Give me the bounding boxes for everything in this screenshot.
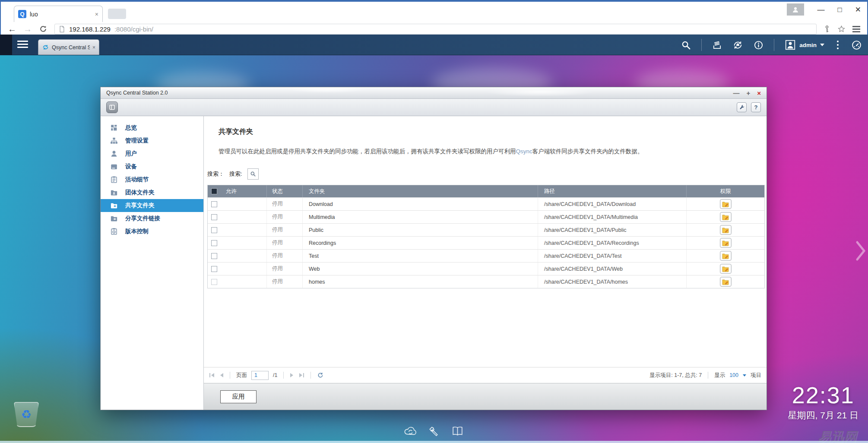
browser-close-button[interactable]: ✕ [855, 6, 861, 13]
last-page-button[interactable] [298, 373, 304, 378]
recycle-bin-cup: ♻ [14, 402, 39, 427]
window-title: Qsync Central Station 2.0 [106, 90, 733, 96]
help-button[interactable]: ? [751, 102, 761, 112]
qts-app-tab[interactable]: Qsync Central S... × [38, 39, 99, 55]
info-icon[interactable] [754, 40, 763, 50]
recycle-icon: ♻ [21, 408, 32, 421]
settings-wrench-button[interactable] [737, 102, 747, 112]
window-minimize-button[interactable]: — [733, 90, 739, 96]
permission-button[interactable] [720, 199, 732, 209]
shared-folder-icon [110, 202, 118, 209]
permission-button[interactable] [720, 277, 732, 287]
page-title: 共享文件夹 [219, 127, 763, 136]
qts-app-tab-label: Qsync Central S... [52, 44, 90, 51]
row-checkbox[interactable] [211, 227, 217, 233]
page-icon [59, 25, 65, 33]
activity-log-icon [110, 176, 118, 184]
search-inner-label: 搜索: [229, 170, 242, 178]
sidebar-item-label: 版本控制 [125, 228, 149, 235]
bookmark-star-icon[interactable] [837, 25, 846, 33]
main-menu-button[interactable] [17, 41, 28, 48]
page-size-select[interactable]: 100 [729, 372, 738, 378]
myqnapcloud-icon[interactable] [404, 426, 417, 437]
wrench-icon [739, 104, 745, 111]
sidebar-item-activity[interactable]: 活动细节 [101, 173, 203, 186]
divider [230, 372, 230, 379]
more-options-icon[interactable] [835, 40, 841, 50]
next-screen-arrow[interactable] [855, 240, 866, 264]
permission-button[interactable] [720, 251, 732, 261]
page-number-input[interactable] [251, 371, 269, 380]
qts-app-tab-close-icon[interactable]: × [92, 45, 95, 50]
table-row: 停用 homes /share/CACHEDEV1_DATA/homes [208, 275, 764, 288]
notifications-icon[interactable] [732, 40, 743, 51]
manual-book-icon[interactable] [451, 426, 464, 437]
sidebar-item-shared-folders[interactable]: 共享文件夹 [101, 199, 203, 212]
layout-panes-button[interactable] [106, 101, 118, 113]
key-icon[interactable] [824, 25, 830, 33]
chevron-down-icon[interactable] [743, 374, 746, 377]
select-all-checkbox[interactable] [211, 188, 217, 194]
sidebar-item-management[interactable]: 管理设置 [101, 134, 203, 147]
browser-maximize-button[interactable]: □ [837, 6, 842, 13]
url-path: :8080/cgi-bin/ [114, 25, 153, 33]
permission-button[interactable] [720, 238, 732, 248]
sidebar-item-label: 共享文件夹 [125, 202, 155, 209]
prev-page-button[interactable] [219, 373, 224, 378]
sidebar-item-share-links[interactable]: 分享文件链接 [101, 212, 203, 225]
tab-close-icon[interactable]: × [95, 11, 98, 17]
permission-button[interactable] [720, 264, 732, 274]
dashboard-icon[interactable] [851, 40, 862, 51]
row-checkbox[interactable] [211, 214, 217, 220]
pagination-bar: 页面 /1 显示项目: 1-7, 总共: 7 显示 100 [204, 367, 767, 383]
url-bar[interactable]: 192.168.1.229:8080/cgi-bin/ [54, 24, 817, 35]
search-label: 搜索： [207, 170, 224, 178]
row-checkbox[interactable] [211, 253, 217, 259]
next-page-button[interactable] [290, 373, 294, 378]
table-row: 停用 Download /share/CACHEDEV1_DATA/Downlo… [208, 197, 764, 210]
column-path: 路径 [538, 185, 687, 197]
window-maximize-button[interactable]: + [746, 90, 750, 96]
forward-button[interactable]: → [23, 25, 32, 33]
user-menu[interactable]: admin [785, 39, 824, 51]
apply-button[interactable]: 应用 [220, 390, 257, 403]
url-host: 192.168.1.229 [69, 25, 111, 33]
shared-folders-table: 允许 状态 文件夹 路径 权限 停用 Download /share/CACHE… [207, 185, 765, 288]
sidebar-item-version-control[interactable]: 版本控制 [101, 225, 203, 238]
first-page-button[interactable] [209, 373, 215, 378]
row-checkbox[interactable] [211, 201, 217, 207]
search-icon[interactable] [681, 40, 691, 50]
sidebar-item-label: 分享文件链接 [125, 215, 160, 222]
search-icon [250, 171, 256, 177]
row-checkbox[interactable] [211, 240, 217, 246]
sidebar-item-overview[interactable]: 总览 [101, 121, 203, 134]
page-label: 页面 [236, 372, 247, 379]
back-button[interactable]: ← [8, 25, 16, 33]
tools-hammer-icon[interactable] [428, 426, 440, 437]
background-tasks-icon[interactable] [712, 40, 722, 50]
browser-chrome: Q luo × — □ ✕ ← → 192.168.1.229:8080/cgi… [0, 0, 868, 35]
window-close-button[interactable]: × [757, 90, 761, 96]
sidebar: 总览 管理设置 用户 设备 [101, 116, 203, 410]
row-checkbox[interactable] [211, 266, 217, 272]
divider [708, 372, 708, 379]
sidebar-item-users[interactable]: 用户 [101, 147, 203, 160]
display-label: 显示 [714, 372, 725, 379]
recycle-bin[interactable]: ♻ [13, 399, 41, 431]
browser-menu-icon[interactable] [852, 26, 860, 32]
permission-button[interactable] [720, 225, 732, 235]
search-input[interactable] [247, 168, 259, 180]
refresh-button[interactable] [317, 372, 324, 379]
permission-button[interactable] [720, 212, 732, 222]
browser-minimize-button[interactable]: — [817, 6, 824, 13]
sidebar-item-devices[interactable]: 设备 [101, 160, 203, 173]
browser-profile-button[interactable] [787, 3, 804, 16]
bottom-edge-strip [0, 441, 868, 443]
sidebar-item-team-folder[interactable]: 团体文件夹 [101, 186, 203, 199]
new-tab-button[interactable] [108, 9, 126, 19]
row-path: /share/CACHEDEV1_DATA/Test [538, 250, 687, 262]
row-folder: homes [303, 275, 538, 288]
reload-button[interactable] [39, 25, 48, 33]
browser-tab[interactable]: Q luo × [14, 6, 103, 22]
window-titlebar[interactable]: Qsync Central Station 2.0 — + × [101, 87, 767, 99]
